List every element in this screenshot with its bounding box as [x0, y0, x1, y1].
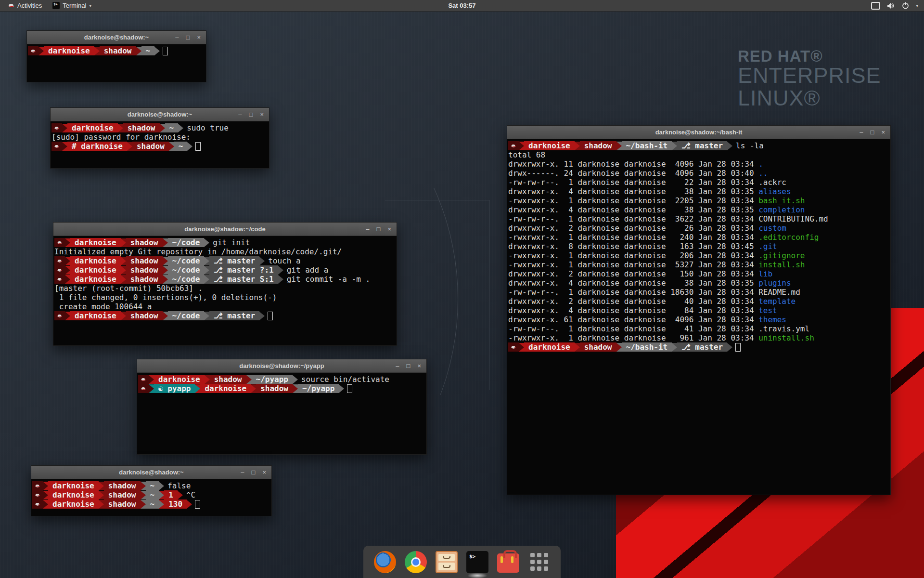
redhat-prompt-icon [54, 265, 65, 275]
prompt-segment: ~/code [168, 256, 205, 265]
output-text: README.md [758, 288, 800, 297]
redhat-prompt-icon [138, 375, 149, 384]
terminal-content[interactable]: darknoiseshadow~/pyappsource bin/activat… [137, 373, 426, 454]
prompt-segment: shadow [580, 141, 616, 150]
minimize-button[interactable]: – [175, 31, 179, 44]
prompt-segment: darknoise [70, 238, 121, 247]
powerline-arrow [163, 266, 168, 275]
terminal-line: [master (root-commit) 50bcb63] . [54, 284, 396, 293]
prompt-segment: ⎇ master [209, 311, 259, 320]
screen-icon[interactable] [871, 2, 880, 10]
prompt-segment: ⎇ master ?:1 [209, 265, 278, 275]
titlebar[interactable]: darknoise@shadow:~ – □ × [31, 466, 271, 479]
prompt-segment: ~/pyapp [298, 384, 339, 393]
powerline-arrow [163, 238, 168, 247]
clock[interactable]: Sat 03:57 [0, 2, 924, 9]
titlebar[interactable]: darknoise@shadow:~/code – □ × [53, 223, 397, 236]
powerline-arrow [121, 266, 126, 275]
terminal-content[interactable]: darknoiseshadow~/bash-it⎇ masterls -lato… [507, 139, 890, 495]
powerline-arrow [159, 482, 164, 490]
output-text: install.sh [758, 260, 805, 269]
firefox-icon[interactable] [374, 551, 396, 573]
terminal-line: darknoiseshadow~/code⎇ mastertouch a [54, 256, 396, 265]
terminal-window-bash-it[interactable]: darknoise@shadow:~/bash-it – □ × darknoi… [507, 125, 891, 495]
terminal-window-pyapp[interactable]: darknoise@shadow:~/pyapp – □ × darknoise… [137, 359, 427, 455]
maximize-button[interactable]: □ [186, 31, 190, 44]
output-text: 1 file changed, 0 insertions(+), 0 delet… [54, 293, 277, 302]
powerline-arrow [141, 491, 146, 499]
terminal-line: -rwxrwxr-x. 1 darknoise darknoise 961 Ja… [508, 333, 889, 342]
prompt-segment: ~/bash-it [622, 141, 672, 150]
titlebar[interactable]: darknoise@shadow:~/pyapp – □ × [137, 359, 426, 373]
prompt-segment: shadow [100, 46, 136, 55]
file-manager-icon[interactable] [436, 551, 458, 573]
terminal-window-sudo[interactable]: darknoise@shadow:~ – □ × darknoiseshadow… [50, 107, 270, 169]
terminal-line: create mode 100644 a [54, 302, 396, 311]
chrome-icon[interactable] [405, 551, 427, 573]
powerline-arrow [163, 312, 168, 320]
minimize-button[interactable]: – [860, 126, 863, 139]
output-text: drwxrwxr-x. 61 darknoise darknoise 4096 … [508, 315, 758, 324]
powerline-arrow [65, 312, 70, 320]
close-button[interactable]: × [417, 359, 421, 372]
prompt-segment: shadow [126, 265, 163, 275]
terminal-line: drwxrwxr-x. 2 darknoise darknoise 26 Jan… [508, 223, 889, 233]
close-button[interactable]: × [260, 108, 264, 121]
toolbox-icon[interactable] [497, 553, 519, 573]
output-text: .. [758, 169, 768, 178]
redhat-prompt-icon [51, 142, 62, 151]
output-text: -rwxrwxr-x. 1 darknoise darknoise 240 Ja… [508, 233, 758, 242]
maximize-button[interactable]: □ [871, 126, 874, 139]
prompt-segment: # darknoise [67, 142, 127, 151]
minimize-button[interactable]: – [241, 466, 244, 479]
maximize-button[interactable]: □ [407, 359, 411, 372]
terminal-line: -rwxrwxr-x. 1 darknoise darknoise 240 Ja… [508, 233, 889, 242]
output-text: .editorconfig [758, 233, 819, 242]
volume-icon[interactable] [887, 2, 895, 9]
maximize-button[interactable]: □ [377, 223, 381, 236]
power-icon[interactable] [902, 2, 909, 9]
prompt-segment: darknoise [70, 275, 121, 284]
terminal-line: drwxrwxr-x. 8 darknoise darknoise 163 Ja… [508, 242, 889, 251]
command-text: ls -la [736, 141, 764, 150]
powerline-arrow [195, 384, 200, 393]
terminal-window-home-2[interactable]: darknoise@shadow:~ – □ × darknoiseshadow… [31, 465, 272, 516]
output-text: .travis.yml [758, 324, 809, 333]
minimize-button[interactable]: – [396, 359, 399, 372]
terminal-content[interactable]: darknoiseshadow~falsedarknoiseshadow~1^C… [31, 479, 271, 516]
terminal-line: darknoiseshadow~/code⎇ master S:1git com… [54, 275, 396, 284]
titlebar[interactable]: darknoise@shadow:~ – □ × [27, 31, 206, 44]
close-button[interactable]: × [197, 31, 201, 44]
logo-line-linux: LINUX® [738, 87, 881, 110]
output-text: -rw-rw-r--. 1 darknoise darknoise 22 Jan… [508, 178, 758, 187]
maximize-button[interactable]: □ [252, 466, 256, 479]
prompt-segment: shadow [104, 499, 141, 509]
chevron-down-icon[interactable]: ▾ [916, 3, 918, 8]
prompt-segment: ~/code [168, 265, 205, 275]
titlebar[interactable]: darknoise@shadow:~/bash-it – □ × [507, 126, 890, 139]
terminal-line: [sudo] password for darknoise: [51, 132, 268, 142]
powerline-arrow [246, 375, 252, 384]
terminal-cursor [163, 47, 168, 55]
close-button[interactable]: × [387, 223, 391, 236]
terminal-dock-icon[interactable]: $> [466, 551, 488, 573]
prompt-segment: ~ [146, 481, 159, 490]
command-text: ^C [186, 490, 195, 499]
titlebar[interactable]: darknoise@shadow:~ – □ × [51, 108, 269, 121]
maximize-button[interactable]: □ [249, 108, 253, 121]
terminal-content[interactable]: darknoiseshadow~sudo true[sudo] password… [51, 121, 269, 168]
minimize-button[interactable]: – [366, 223, 369, 236]
app-grid-icon[interactable] [528, 551, 550, 573]
terminal-cursor [268, 312, 273, 320]
terminal-window-home-1[interactable]: darknoise@shadow:~ – □ × darknoiseshadow… [26, 30, 206, 82]
minimize-button[interactable]: – [238, 108, 242, 121]
terminal-window-code[interactable]: darknoise@shadow:~/code – □ × darknoises… [53, 222, 397, 346]
close-button[interactable]: × [262, 466, 266, 479]
powerline-arrow [121, 275, 126, 284]
close-button[interactable]: × [881, 126, 885, 139]
terminal-line: drwxrwxr-x. 4 darknoise darknoise 38 Jan… [508, 205, 889, 214]
terminal-content[interactable]: darknoiseshadow~ [27, 44, 206, 82]
terminal-content[interactable]: darknoiseshadow~/codegit initInitialized… [53, 236, 397, 345]
output-text: drwxrwxr-x. 4 darknoise darknoise 84 Jan… [508, 306, 758, 315]
prompt-segment: darknoise [70, 256, 121, 265]
